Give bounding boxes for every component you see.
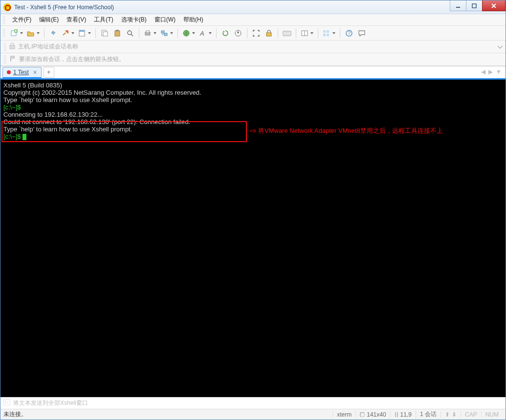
about-button[interactable]: ? xyxy=(344,28,354,39)
tab-prev-icon[interactable]: ◀ xyxy=(481,68,485,75)
status-dot-icon xyxy=(7,70,11,74)
arrow-down-icon: ⬇ xyxy=(452,411,457,418)
svg-rect-21 xyxy=(283,31,291,36)
tab-label: 1 Test xyxy=(13,69,29,76)
reconnect-button[interactable] xyxy=(48,28,59,39)
annotation: ⇨ 将VMware Network Adapter VMnet8禁用之后，远程工… xyxy=(250,127,443,134)
new-tab-button[interactable]: + xyxy=(44,67,54,78)
arrow-up-icon: ⬆ xyxy=(445,411,450,418)
hint-text: 要添加当前会话，点击左侧的箭头按钮。 xyxy=(19,55,125,63)
svg-rect-8 xyxy=(103,32,108,36)
svg-rect-33 xyxy=(3,399,10,405)
svg-rect-32 xyxy=(10,45,15,49)
tab-close-icon[interactable]: ✕ xyxy=(33,69,37,76)
app-icon xyxy=(3,3,11,11)
arrow-icon: ⇨ xyxy=(250,127,256,134)
tab-menu-icon[interactable]: ▼ xyxy=(496,68,502,75)
cursor-pos-icon xyxy=(395,412,398,418)
status-nav: ⬆⬇ xyxy=(440,411,461,418)
svg-rect-6 xyxy=(79,30,85,32)
menu-file[interactable]: 文件(F) xyxy=(8,14,35,25)
titlebar: Test - Xshell 5 (Free for Home/School) xyxy=(0,0,506,14)
status-term: xterm xyxy=(332,411,355,418)
tab-strip: 1 Test ✕ + ◀ ▶ ▼ xyxy=(0,66,506,78)
menu-tabs[interactable]: 选项卡(B) xyxy=(117,14,151,25)
terminal-line: Could not connect to '192.168.62.130' (p… xyxy=(3,118,503,126)
svg-rect-16 xyxy=(164,33,167,36)
svg-rect-27 xyxy=(327,30,329,33)
svg-rect-10 xyxy=(116,30,119,31)
menu-tools[interactable]: 工具(T) xyxy=(90,14,117,25)
menubar: 文件(F) 编辑(E) 查看(V) 工具(T) 选项卡(B) 窗口(W) 帮助(… xyxy=(0,14,506,26)
hint-bar: 要添加当前会话，点击左侧的箭头按钮。 xyxy=(0,53,506,66)
svg-rect-1 xyxy=(472,4,476,8)
prompt: [c:\~]$ xyxy=(3,104,22,111)
svg-rect-15 xyxy=(161,31,164,33)
grip-icon xyxy=(3,55,6,64)
find-button[interactable] xyxy=(125,28,135,39)
lock-button[interactable] xyxy=(264,28,274,39)
status-sessions: 1 会话 xyxy=(416,410,440,419)
status-cap: CAP xyxy=(461,411,481,418)
broadcast-input[interactable]: 将文本发送到全部Xshell窗口 xyxy=(0,397,506,409)
grip-icon xyxy=(2,16,5,24)
status-connection: 未连接。 xyxy=(3,410,332,419)
cursor xyxy=(22,134,26,140)
copy-button[interactable] xyxy=(99,28,110,39)
menu-edit[interactable]: 编辑(E) xyxy=(35,14,63,25)
terminal-line: Copyright (c) 2002-2015 NetSarang Comput… xyxy=(3,89,503,96)
grip-icon xyxy=(3,42,6,51)
transfer-button[interactable] xyxy=(159,28,174,39)
tab-test[interactable]: 1 Test ✕ xyxy=(2,67,42,78)
keyboard-button[interactable] xyxy=(282,28,292,39)
chat-button[interactable] xyxy=(356,28,367,39)
menu-window[interactable]: 窗口(W) xyxy=(151,14,179,25)
size-icon xyxy=(360,412,365,417)
svg-rect-14 xyxy=(146,31,149,33)
menu-help[interactable]: 帮助(H) xyxy=(179,14,207,25)
address-bar[interactable]: 主机,IP地址或会话名称 xyxy=(0,41,506,53)
svg-rect-28 xyxy=(323,34,326,36)
status-bar: 未连接。 xterm 141x40 11,9 1 会话 ⬆⬇ CAP NUM xyxy=(0,409,506,420)
status-num: NUM xyxy=(481,411,503,418)
address-input[interactable]: 主机,IP地址或会话名称 xyxy=(18,42,498,51)
paste-button[interactable] xyxy=(112,28,123,39)
grip-icon xyxy=(2,29,5,38)
svg-text:A: A xyxy=(199,30,204,37)
minimize-button[interactable] xyxy=(450,0,466,11)
print-button[interactable] xyxy=(143,28,157,39)
broadcast-placeholder: 将文本发送到全部Xshell窗口 xyxy=(13,399,88,407)
svg-line-12 xyxy=(131,34,133,36)
properties-button[interactable] xyxy=(77,28,92,39)
lock-icon xyxy=(9,42,15,51)
terminal-line: Xshell 5 (Build 0835) xyxy=(3,82,503,89)
dropdown-icon[interactable] xyxy=(498,43,503,50)
fullscreen-button[interactable] xyxy=(251,28,262,39)
status-size: 141x40 xyxy=(355,411,390,418)
svg-text:?: ? xyxy=(348,31,351,36)
svg-rect-9 xyxy=(115,31,120,36)
compass-button[interactable] xyxy=(233,28,243,39)
svg-rect-26 xyxy=(323,30,326,33)
svg-point-4 xyxy=(66,30,68,32)
tab-next-icon[interactable]: ▶ xyxy=(488,68,493,75)
tile-button[interactable] xyxy=(322,28,336,39)
web-button[interactable] xyxy=(181,28,196,39)
flag-icon[interactable] xyxy=(9,55,16,63)
svg-point-11 xyxy=(128,31,132,35)
terminal[interactable]: Xshell 5 (Build 0835) Copyright (c) 2002… xyxy=(0,80,506,397)
terminal-icon xyxy=(3,399,10,407)
close-button[interactable] xyxy=(482,0,506,11)
toolbar: A ? xyxy=(0,26,506,41)
new-session-button[interactable] xyxy=(9,28,24,39)
svg-rect-20 xyxy=(266,33,271,36)
menu-view[interactable]: 查看(V) xyxy=(63,14,90,25)
disconnect-button[interactable] xyxy=(61,28,75,39)
maximize-button[interactable] xyxy=(466,0,483,11)
annotation-text: 将VMware Network Adapter VMnet8禁用之后，远程工具连… xyxy=(258,127,443,134)
open-button[interactable] xyxy=(26,28,41,39)
layout-button[interactable] xyxy=(300,28,314,39)
status-pos: 11,9 xyxy=(390,411,416,418)
font-button[interactable]: A xyxy=(198,28,213,39)
refresh-button[interactable] xyxy=(220,28,231,39)
